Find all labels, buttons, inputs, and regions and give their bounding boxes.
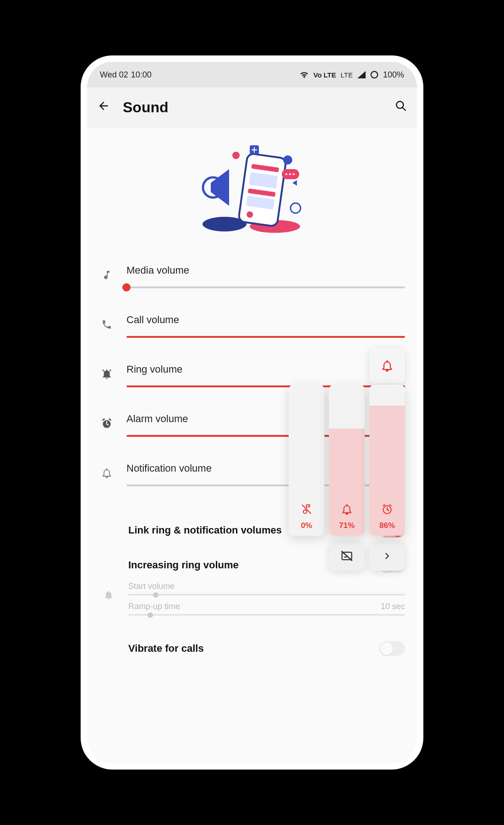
ramp-up-label: Ramp-up time bbox=[128, 602, 180, 611]
hero-illustration bbox=[87, 128, 417, 247]
overlay-ring-percent: 71% bbox=[339, 521, 355, 530]
call-volume-slider[interactable] bbox=[126, 336, 405, 338]
music-off-icon bbox=[301, 503, 312, 518]
svg-point-21 bbox=[303, 510, 307, 514]
increasing-sub-sliders: Start volume Ramp-up time 10 sec bbox=[87, 575, 417, 617]
phone-frame: Wed 02 10:00 Vo LTE LTE 100% Sound bbox=[87, 62, 417, 763]
overlay-media-slider[interactable]: 0% bbox=[289, 385, 324, 536]
phone-icon bbox=[97, 319, 116, 333]
page-title: Sound bbox=[123, 99, 382, 116]
svg-point-16 bbox=[293, 173, 295, 175]
volte-label: Vo LTE bbox=[313, 71, 336, 79]
svg-point-15 bbox=[289, 173, 291, 175]
svg-line-2 bbox=[402, 107, 405, 110]
ring-volume-label: Ring volume bbox=[126, 363, 405, 375]
alarm-clock-icon bbox=[97, 418, 116, 433]
alarm-outline-icon bbox=[381, 503, 393, 518]
battery-outline-icon bbox=[370, 71, 378, 79]
overlay-ring-slider[interactable]: 71% bbox=[329, 385, 365, 536]
start-volume-label: Start volume bbox=[128, 582, 175, 591]
content-area: Media volume Call volume bbox=[87, 128, 417, 763]
overlay-captions-off-button[interactable] bbox=[329, 541, 365, 571]
ring-icon bbox=[97, 368, 116, 383]
ramp-up-value: 10 sec bbox=[381, 602, 405, 611]
svg-point-0 bbox=[371, 72, 378, 78]
vibrate-calls-label: Vibrate for calls bbox=[128, 643, 369, 654]
overlay-alarm-percent: 86% bbox=[379, 521, 395, 530]
start-volume-slider[interactable] bbox=[128, 594, 405, 595]
signal-icon bbox=[357, 71, 366, 78]
overlay-media-percent: 0% bbox=[301, 521, 312, 530]
call-volume-row: Call volume bbox=[87, 301, 417, 351]
battery-label: 100% bbox=[383, 70, 404, 80]
call-volume-label: Call volume bbox=[126, 314, 405, 326]
vibrate-calls-row: Vibrate for calls bbox=[87, 631, 417, 666]
bell-dim-icon bbox=[99, 589, 118, 604]
status-date: Wed 02 bbox=[100, 70, 128, 80]
svg-rect-6 bbox=[238, 153, 286, 226]
status-bar: Wed 02 10:00 Vo LTE LTE 100% bbox=[87, 62, 417, 88]
media-volume-row: Media volume bbox=[87, 252, 417, 301]
overlay-ringer-mode-button[interactable] bbox=[369, 348, 405, 384]
ramp-up-slider[interactable] bbox=[128, 614, 405, 616]
bell-outline-icon bbox=[341, 503, 353, 518]
app-bar: Sound bbox=[87, 88, 417, 128]
volume-overlay: 0% 71% 86% bbox=[289, 385, 405, 571]
lte-label: LTE bbox=[341, 71, 353, 79]
media-volume-label: Media volume bbox=[126, 264, 405, 276]
back-button[interactable] bbox=[97, 99, 110, 116]
overlay-expand-button[interactable] bbox=[369, 541, 405, 571]
svg-point-17 bbox=[232, 152, 240, 159]
media-volume-slider[interactable] bbox=[126, 286, 405, 288]
vibrate-calls-toggle[interactable] bbox=[379, 641, 405, 656]
bell-icon bbox=[97, 468, 116, 482]
music-note-icon bbox=[97, 270, 116, 284]
svg-point-19 bbox=[290, 203, 301, 213]
overlay-alarm-slider[interactable]: 86% bbox=[369, 385, 405, 536]
search-button[interactable] bbox=[395, 100, 407, 115]
svg-point-14 bbox=[285, 173, 287, 175]
svg-point-12 bbox=[283, 155, 292, 165]
wifi-icon bbox=[300, 71, 309, 78]
status-time: 10:00 bbox=[131, 70, 152, 80]
